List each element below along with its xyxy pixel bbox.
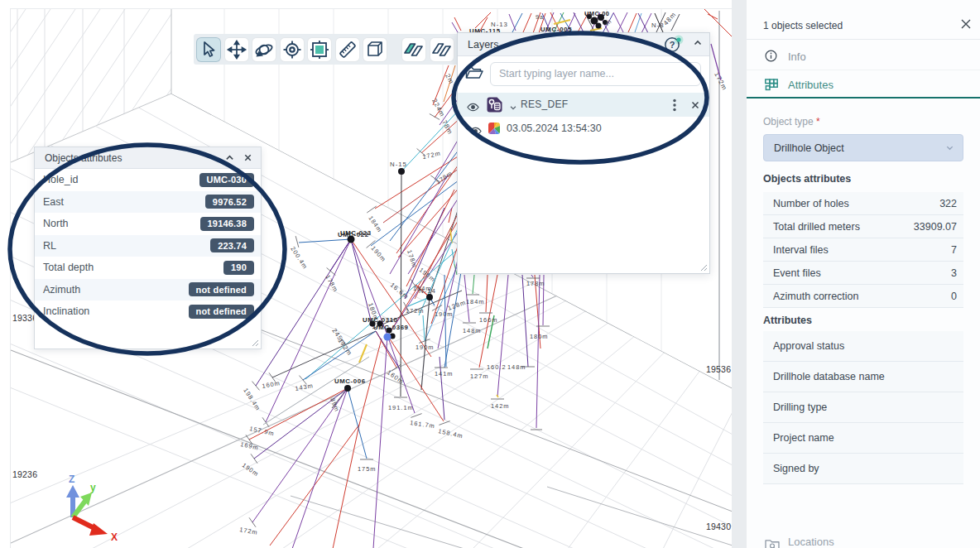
- svg-text:9a: 9a: [536, 13, 544, 21]
- svg-text:198.4m: 198.4m: [242, 387, 262, 412]
- svg-text:16.6m: 16.6m: [389, 281, 411, 301]
- svg-text:172m: 172m: [713, 71, 728, 92]
- svg-text:?: ?: [670, 40, 675, 50]
- svg-text:184m: 184m: [466, 298, 485, 305]
- svg-text:142m: 142m: [491, 402, 510, 410]
- svg-text:158.4m: 158.4m: [438, 427, 464, 440]
- svg-text:161.7m: 161.7m: [410, 419, 436, 430]
- svg-text:180m: 180m: [530, 333, 549, 340]
- svg-text:200.4m: 200.4m: [289, 245, 309, 271]
- svg-text:UMC-00: UMC-00: [584, 10, 609, 17]
- svg-text:169m: 169m: [240, 440, 260, 451]
- svg-text:127m: 127m: [470, 373, 489, 380]
- svg-text:141m: 141m: [435, 370, 454, 377]
- svg-text:19430: 19430: [706, 522, 731, 531]
- svg-text:X: X: [111, 531, 118, 543]
- svg-text:178m: 178m: [406, 249, 419, 269]
- svg-text:143m: 143m: [295, 382, 315, 392]
- svg-text:160m: 160m: [262, 379, 281, 390]
- svg-text:178m: 178m: [324, 274, 339, 294]
- svg-text:UMC-006: UMC-006: [334, 377, 366, 385]
- svg-text:166m: 166m: [479, 316, 498, 324]
- svg-text:175m: 175m: [358, 465, 377, 473]
- svg-text:160.2: 160.2: [487, 363, 507, 371]
- svg-text:2m: 2m: [444, 73, 455, 86]
- svg-text:48m: 48m: [662, 11, 678, 27]
- svg-text:N-15: N-15: [390, 161, 407, 168]
- svg-text:157.9m: 157.9m: [249, 425, 276, 437]
- svg-text:148m: 148m: [507, 363, 526, 371]
- svg-text:19236: 19236: [12, 469, 37, 479]
- svg-text:172m: 172m: [239, 526, 259, 536]
- svg-text:178m: 178m: [435, 169, 454, 185]
- svg-text:191.1m: 191.1m: [388, 404, 414, 411]
- svg-text:19536: 19536: [706, 364, 731, 374]
- svg-text:172m: 172m: [422, 149, 442, 160]
- svg-text:y: y: [90, 482, 96, 493]
- svg-text:190m: 190m: [435, 310, 454, 318]
- svg-text:178m: 178m: [526, 280, 545, 287]
- svg-text:160m: 160m: [386, 368, 406, 386]
- svg-text:148m: 148m: [463, 327, 482, 334]
- svg-text:190m: 190m: [416, 344, 435, 351]
- svg-text:Z: Z: [69, 473, 74, 485]
- svg-text:N-14: N-14: [419, 287, 436, 295]
- svg-text:190m: 190m: [370, 244, 388, 263]
